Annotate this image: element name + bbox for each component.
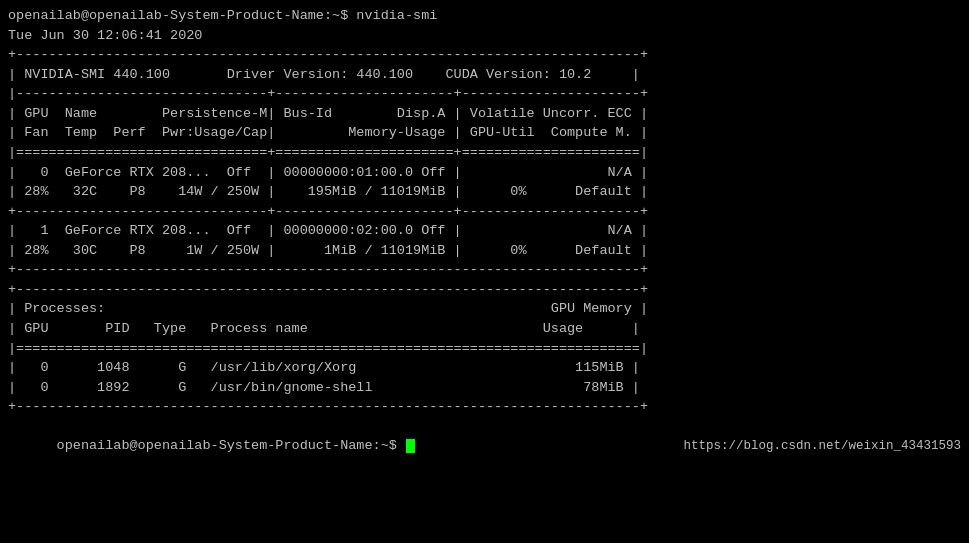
proc-header1: | Processes: GPU Memory | (8, 299, 961, 319)
bottom-prompt-text: openailab@openailab-System-Product-Name:… (57, 438, 405, 453)
url-text: https://blog.csdn.net/weixin_43431593 (683, 439, 961, 453)
terminal: openailab@openailab-System-Product-Name:… (8, 6, 961, 537)
smi-header: | NVIDIA-SMI 440.100 Driver Version: 440… (8, 65, 961, 85)
proc-row0: | 0 1048 G /usr/lib/xorg/Xorg 115MiB | (8, 358, 961, 378)
cursor-block (406, 439, 415, 453)
proc-row1: | 0 1892 G /usr/bin/gnome-shell 78MiB | (8, 378, 961, 398)
col-header2: | Fan Temp Perf Pwr:Usage/Cap| Memory-Us… (8, 123, 961, 143)
border3: |===============================+=======… (8, 143, 961, 163)
proc-header2: | GPU PID Type Process name Usage | (8, 319, 961, 339)
gpu0-row2: | 28% 32C P8 14W / 250W | 195MiB / 11019… (8, 182, 961, 202)
border1: +---------------------------------------… (8, 45, 961, 65)
date-line: Tue Jun 30 12:06:41 2020 (8, 26, 961, 46)
gpu1-row2: | 28% 30C P8 1W / 250W | 1MiB / 11019MiB… (8, 241, 961, 261)
border7: |=======================================… (8, 339, 961, 359)
border4: +-------------------------------+-------… (8, 202, 961, 222)
gpu1-row1: | 1 GeForce RTX 208... Off | 00000000:02… (8, 221, 961, 241)
gpu0-row1: | 0 GeForce RTX 208... Off | 00000000:01… (8, 163, 961, 183)
bottom-bar: openailab@openailab-System-Product-Name:… (8, 417, 961, 476)
command-line: openailab@openailab-System-Product-Name:… (8, 6, 961, 26)
col-header1: | GPU Name Persistence-M| Bus-Id Disp.A … (8, 104, 961, 124)
border5: +---------------------------------------… (8, 260, 961, 280)
border6: +---------------------------------------… (8, 280, 961, 300)
border2: |-------------------------------+-------… (8, 84, 961, 104)
bottom-prompt: openailab@openailab-System-Product-Name:… (8, 417, 415, 476)
border8: +---------------------------------------… (8, 397, 961, 417)
